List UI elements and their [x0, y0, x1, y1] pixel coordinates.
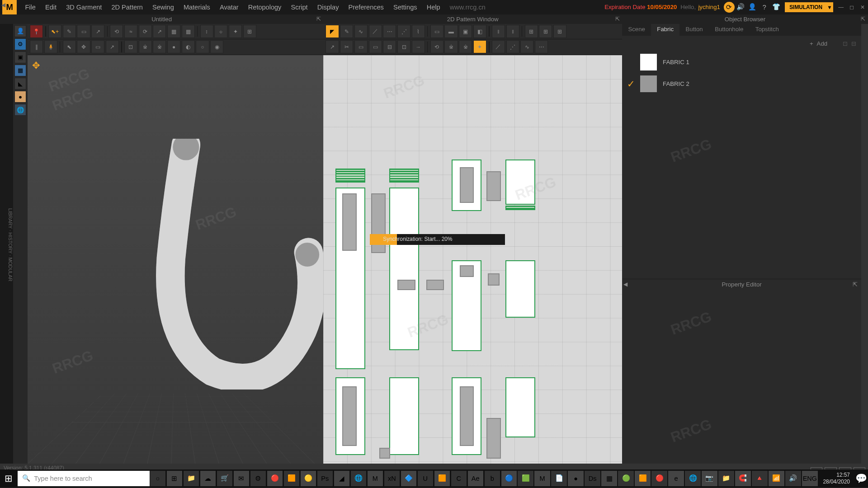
grad-icon[interactable]: ◧: [473, 25, 486, 38]
pattern-piece[interactable]: [389, 377, 419, 455]
gr3-icon[interactable]: ⊞: [553, 25, 566, 38]
popout-icon[interactable]: ⇱: [861, 14, 865, 24]
person-icon[interactable]: 🧍: [44, 40, 57, 53]
taskbar-app-25[interactable]: ●: [568, 471, 583, 486]
pt-icon[interactable]: ⋰: [397, 25, 410, 38]
taskbar-app-28[interactable]: 🟢: [618, 471, 633, 486]
edit-icon[interactable]: ✎: [63, 25, 76, 38]
sel2-icon[interactable]: ◤: [326, 25, 339, 38]
pattern-piece[interactable]: [397, 280, 415, 291]
t2o[interactable]: ⋯: [535, 40, 548, 53]
tb-h[interactable]: ⟐: [214, 25, 227, 38]
o5-icon[interactable]: ◐: [182, 40, 195, 53]
t2e[interactable]: ⊟: [383, 40, 396, 53]
t2g[interactable]: →: [412, 40, 425, 53]
pattern-piece[interactable]: [389, 169, 419, 183]
thumb-icon[interactable]: ▦: [14, 65, 26, 76]
o1-icon[interactable]: ⊡: [124, 40, 137, 53]
frame-icon[interactable]: ▣: [459, 25, 472, 38]
o3-icon[interactable]: ※: [153, 40, 166, 53]
bar1-icon[interactable]: ⦀: [492, 25, 505, 38]
taskbar-app-22[interactable]: 🟩: [518, 471, 533, 486]
pattern-piece[interactable]: [488, 273, 500, 285]
skin-icon[interactable]: ●: [14, 91, 26, 103]
taskbar-app-6[interactable]: ⚙: [250, 471, 266, 486]
menu-retopology[interactable]: Retopology: [243, 4, 286, 11]
tb-c[interactable]: ⟳: [139, 25, 152, 38]
taskbar-app-18[interactable]: C: [451, 471, 467, 486]
tab-topstitch[interactable]: Topstitch: [750, 24, 785, 36]
simulation-button[interactable]: SIMULATION: [785, 2, 833, 12]
tb-i[interactable]: ✦: [229, 25, 242, 38]
taskbar-app-23[interactable]: M: [534, 471, 550, 486]
avatar-icon[interactable]: 👤: [14, 25, 26, 37]
taskbar-app-0[interactable]: ○: [150, 471, 165, 486]
arr2-icon[interactable]: ↗: [106, 40, 119, 53]
t2m[interactable]: ⋰: [506, 40, 519, 53]
taskbar-app-19[interactable]: Ae: [468, 471, 483, 486]
taskbar-app-24[interactable]: 📄: [551, 471, 566, 486]
pattern-piece[interactable]: [505, 206, 535, 211]
2d-viewport[interactable]: Synchronization: Start... 20% RRCG RRCG …: [323, 55, 622, 464]
menu-3dgarment[interactable]: 3D Garment: [61, 4, 107, 11]
t2a[interactable]: ↗: [326, 40, 339, 53]
tb-f[interactable]: ▦: [182, 25, 195, 38]
taskbar-app-34[interactable]: 📁: [718, 471, 734, 486]
taskbar-app-1[interactable]: ⊞: [167, 471, 182, 486]
fabric-swatch[interactable]: [640, 54, 657, 70]
add-button[interactable]: Add: [817, 40, 828, 47]
taskbar-app-33[interactable]: 📷: [702, 471, 717, 486]
menu-script[interactable]: Script: [286, 4, 312, 11]
taskbar-app-30[interactable]: 🔴: [651, 471, 667, 486]
taskbar-app-9[interactable]: 🟡: [301, 471, 316, 486]
minimize-icon[interactable]: —: [836, 2, 846, 12]
taskbar-app-37[interactable]: 📶: [769, 471, 784, 486]
menu-help[interactable]: Help: [422, 4, 445, 11]
username[interactable]: jyching1: [698, 4, 723, 10]
t2i[interactable]: ※: [444, 40, 458, 53]
taskbar-app-32[interactable]: 🌐: [685, 471, 700, 486]
t2n[interactable]: ∿: [520, 40, 533, 53]
tab-button[interactable]: Button: [679, 24, 709, 36]
o4-icon[interactable]: ●: [167, 40, 180, 53]
taskbar-app-20[interactable]: b: [485, 471, 500, 486]
menu-sewing[interactable]: Sewing: [148, 4, 179, 11]
t2d[interactable]: ▭: [369, 40, 382, 53]
taskbar-app-8[interactable]: 🟧: [284, 471, 299, 486]
taskbar-app-16[interactable]: U: [418, 471, 433, 486]
taskbar-app-36[interactable]: 🔺: [752, 471, 767, 486]
taskbar-app-31[interactable]: e: [668, 471, 684, 486]
taskbar-app-5[interactable]: ✉: [234, 471, 249, 486]
snap-icon[interactable]: ⌇: [412, 25, 425, 38]
taskbar-app-4[interactable]: 🛒: [217, 471, 232, 486]
pattern-piece[interactable]: [335, 169, 365, 183]
notifications-icon[interactable]: 💬: [854, 469, 868, 488]
menu-materials[interactable]: Materials: [179, 4, 215, 11]
taskbar-app-17[interactable]: 🟧: [434, 471, 450, 486]
sync-icon[interactable]: ⟳: [724, 2, 735, 13]
o2-icon[interactable]: ※: [139, 40, 152, 53]
menu-2dpattern[interactable]: 2D Pattern: [107, 4, 148, 11]
gr2-icon[interactable]: ⊞: [539, 25, 552, 38]
pattern-piece[interactable]: [379, 448, 390, 459]
sound-icon[interactable]: 🔊: [735, 1, 746, 13]
pattern-piece[interactable]: [460, 265, 474, 277]
garment-icon[interactable]: ⚙: [14, 38, 26, 50]
maximize-icon[interactable]: ◻: [847, 2, 856, 12]
taskbar-app-3[interactable]: ☁: [200, 471, 216, 486]
t2k[interactable]: ✦: [473, 40, 486, 53]
taskbar-app-27[interactable]: ▦: [601, 471, 617, 486]
taskbar-app-14[interactable]: xN: [384, 471, 400, 486]
tb-d[interactable]: ↗: [153, 25, 166, 38]
taskbar-app-29[interactable]: 🟧: [635, 471, 650, 486]
tb-e[interactable]: ▦: [167, 25, 180, 38]
pen-icon[interactable]: ✎: [340, 25, 353, 38]
collapse-arrow-icon[interactable]: ◀: [623, 279, 627, 290]
profile-icon[interactable]: 👤: [746, 1, 758, 13]
rect3-icon[interactable]: ▭: [430, 25, 443, 38]
fabric-item[interactable]: FABRIC 1: [622, 52, 861, 73]
pattern-piece[interactable]: [389, 188, 419, 350]
pause-icon[interactable]: ∥: [30, 40, 43, 53]
taskbar-app-10[interactable]: Ps: [317, 471, 333, 486]
taskbar-app-12[interactable]: 🌐: [351, 471, 366, 486]
